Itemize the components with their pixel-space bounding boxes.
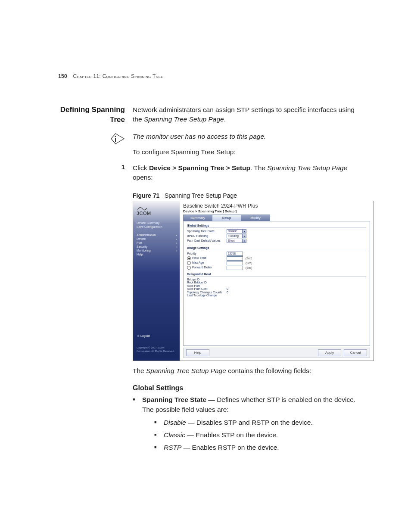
priority-input[interactable]: 32768	[227, 252, 243, 256]
bridge-settings-heading: Bridge Settings	[187, 246, 366, 250]
designated-root-heading: Designated Root	[187, 273, 366, 277]
sidebar-item-label: Help	[137, 253, 143, 256]
select-value: Disable	[228, 230, 237, 233]
root-row: Root Port	[187, 284, 366, 287]
unit-sec: (Sec)	[246, 257, 252, 260]
option-desc: — Enables STP on the device.	[185, 431, 278, 439]
sidebar-item-administration[interactable]: Administration▸	[137, 233, 177, 237]
sidebar-item-label: Security	[137, 245, 147, 248]
after-b: contains the following fields:	[226, 367, 311, 374]
sidebar-item-device[interactable]: Device▸	[137, 237, 177, 241]
step-path: Device > Spanning Tree > Setup	[149, 164, 250, 171]
section-heading-line1: Defining Spanning	[60, 106, 125, 114]
svg-rect-2	[115, 138, 116, 142]
radio-icon	[187, 261, 191, 265]
brand-text: 3COM	[137, 211, 151, 216]
chevron-right-icon: ▸	[176, 237, 177, 240]
chevron-right-icon: ▸	[176, 241, 177, 244]
sidebar-item-label: Administration	[137, 233, 156, 236]
note-text: The monitor user has no access to this p…	[133, 133, 266, 140]
root-val: 0	[227, 291, 228, 294]
root-key: Root Port	[187, 284, 224, 287]
hello-time-option[interactable]: Hello Time	[187, 256, 224, 260]
sidebar-item-label: Monitoring	[137, 249, 151, 252]
cancel-button[interactable]: Cancel	[344, 349, 367, 356]
max-age-option[interactable]: Max Age	[187, 261, 224, 265]
after-figure-paragraph: The Spanning Tree Setup Page contains th…	[133, 366, 364, 376]
running-header: 150 Chapter 11: Configuring Spanning Tre…	[58, 73, 364, 79]
tab-setup[interactable]: Setup	[212, 215, 241, 221]
step-number: 1	[58, 163, 125, 171]
root-key: Topology Changes Counts	[187, 291, 224, 294]
sidebar-item-security[interactable]: Security▸	[137, 245, 177, 249]
info-note: The monitor user has no access to this p…	[133, 132, 364, 157]
sidebar-item-label: Device	[137, 237, 146, 240]
select-value: Flooding	[228, 234, 239, 237]
svg-marker-0	[111, 134, 124, 144]
sidebar-item-save-config[interactable]: Save Configuration	[137, 225, 177, 229]
section-heading-line2: Tree	[110, 115, 125, 124]
tab-summary[interactable]: Summary	[183, 215, 212, 221]
stp-state-select[interactable]: Disable▾	[227, 229, 246, 233]
root-key: Root Bridge ID	[187, 281, 224, 284]
forward-delay-option[interactable]: Forward Delay	[187, 266, 224, 270]
fwd-input[interactable]	[227, 266, 243, 270]
root-val: 0	[227, 287, 228, 290]
section-heading: Defining Spanning Tree	[58, 105, 125, 125]
section-intro: Network administrators can assign STP se…	[133, 105, 364, 124]
global-settings-subheading: Global Settings	[133, 384, 364, 392]
stp-state-label: Spanning Tree State	[187, 230, 224, 233]
copyright-text: Copyright © 2007 3Com Corporation. All R…	[137, 346, 177, 352]
maxage-input[interactable]	[227, 261, 243, 265]
logout-link[interactable]: ⎋ Logout	[137, 334, 149, 337]
hello-input[interactable]	[227, 256, 243, 261]
dropdown-icon: ▾	[242, 230, 246, 233]
logout-label: Logout	[140, 334, 149, 337]
figure-title: Spanning Tree Setup Page	[165, 192, 237, 199]
sidebar: 3COM Device Summary Save Configuration A…	[133, 201, 180, 361]
root-key: Last Topology Change	[187, 294, 224, 297]
step-a: Click	[133, 164, 149, 171]
unit-sec: (Sec)	[246, 261, 252, 264]
sidebar-item-port[interactable]: Port▸	[137, 241, 177, 245]
root-row: Topology Changes Counts0	[187, 291, 366, 294]
option-name: RSTP	[164, 444, 181, 451]
sidebar-item-device-summary[interactable]: Device Summary	[137, 221, 177, 225]
chapter-title: Configuring Spanning Tree	[103, 73, 163, 79]
sidebar-item-label: Port	[137, 241, 142, 244]
list-item: Classic — Enables STP on the device.	[154, 430, 364, 440]
embedded-screenshot: 3COM Device Summary Save Configuration A…	[133, 201, 374, 361]
option-name: Classic	[164, 431, 185, 439]
apply-button[interactable]: Apply	[318, 349, 341, 356]
step-text: Click Device > Spanning Tree > Setup. Th…	[133, 163, 364, 183]
global-settings-heading: Global Settings	[187, 224, 366, 228]
maxage-label: Max Age	[192, 261, 204, 264]
bpdu-select[interactable]: Flooding▾	[227, 234, 246, 238]
bpdu-label: BPDU Handling	[187, 234, 224, 237]
option-name: Disable	[164, 419, 186, 426]
after-a: The	[133, 367, 146, 374]
root-row: Last Topology Change	[187, 294, 366, 297]
chapter-label: Chapter 11:	[73, 73, 103, 79]
chevron-right-icon: ▸	[176, 245, 177, 248]
svg-point-1	[115, 136, 116, 137]
root-row: Root Bridge ID	[187, 281, 366, 284]
field-name: Spanning Tree State	[142, 396, 206, 403]
sidebar-item-help[interactable]: Help	[137, 252, 177, 256]
device-title: Baseline Switch 2924-PWR Plus	[180, 201, 374, 209]
chevron-right-icon: ▸	[176, 233, 177, 236]
sidebar-item-monitoring[interactable]: Monitoring▸	[137, 249, 177, 252]
panel-footer: Help Apply Cancel	[183, 348, 370, 358]
fwd-label: Forward Delay	[192, 266, 212, 269]
chevron-right-icon: ▸	[176, 249, 177, 252]
tab-modify[interactable]: Modify	[241, 215, 270, 221]
root-row: Root Path Cost0	[187, 287, 366, 290]
pathcost-select[interactable]: Short▾	[227, 239, 246, 243]
tab-bar: Summary Setup Modify	[183, 215, 370, 221]
help-button[interactable]: Help	[186, 349, 209, 356]
figure-label: Figure 71	[133, 192, 159, 199]
radio-icon	[187, 266, 191, 270]
breadcrumb: Device > Spanning Tree [ Setup ]	[180, 209, 374, 215]
root-key: Root Path Cost	[187, 287, 224, 290]
after-page-ref: Spanning Tree Setup Page	[146, 367, 226, 374]
